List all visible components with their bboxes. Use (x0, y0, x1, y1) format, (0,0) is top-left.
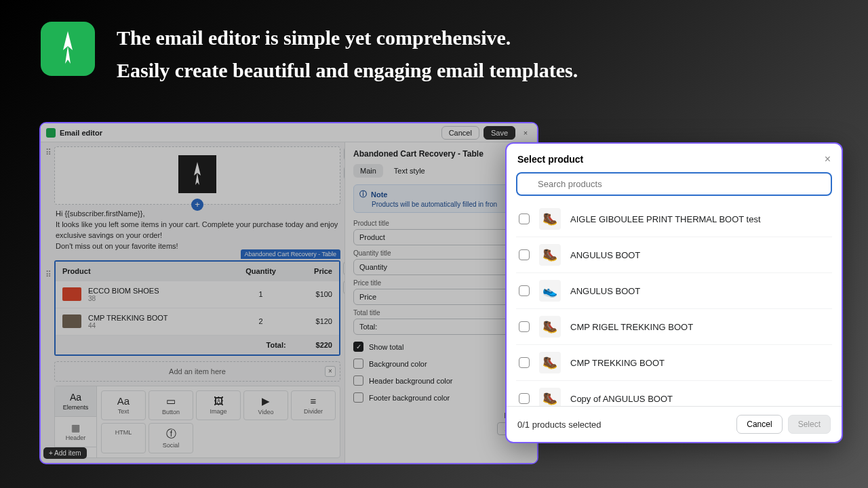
tab-text-style[interactable]: Text style (387, 164, 432, 178)
tab-header[interactable]: ▦Header (55, 417, 96, 447)
close-icon[interactable]: × (825, 153, 831, 165)
label-header-bg: Header background color (369, 377, 453, 385)
product-thumb: 🥾 (539, 352, 561, 373)
add-item-button[interactable]: + Add item (43, 447, 87, 459)
drag-handle-icon[interactable]: ⠿ (43, 270, 53, 279)
product-qty: 1 (229, 281, 293, 308)
product-name: ANGULUS BOOT (570, 286, 640, 296)
input-total-title[interactable] (353, 319, 529, 335)
elements-panel: AaElements ▦Header AaText▭Button🖼Image▶V… (54, 386, 340, 458)
cancel-button[interactable]: Cancel (736, 415, 782, 434)
close-icon[interactable]: × (519, 129, 532, 137)
element-text[interactable]: AaText (101, 390, 146, 420)
col-price: Price (293, 262, 339, 281)
checkbox[interactable] (519, 321, 530, 332)
cancel-button[interactable]: Cancel (441, 126, 479, 140)
product-row[interactable]: 🥾AIGLE GIBOULEE PRINT THERMAL BOOT test (516, 201, 832, 237)
product-row[interactable]: 👟ANGULUS BOOT (516, 273, 832, 309)
tab-main[interactable]: Main (353, 164, 383, 178)
text-icon: Aa (103, 395, 144, 407)
add-item-dropzone[interactable]: Add an item here × (54, 361, 340, 382)
checkbox[interactable] (519, 357, 530, 368)
button-icon: ▭ (151, 395, 191, 407)
input-price-title[interactable] (353, 289, 529, 305)
promo-line1: The email editor is simple yet comprehen… (117, 22, 578, 54)
logo-block[interactable]: ⧉ 🗑 + (54, 146, 340, 205)
input-product-title[interactable] (353, 229, 529, 245)
label-qty-title: Quantity title (353, 249, 529, 257)
product-thumb: 🥾 (539, 388, 561, 406)
select-product-modal: Select product × 🔍 🥾AIGLE GIBOULEE PRINT… (505, 142, 843, 443)
close-icon[interactable]: × (325, 366, 336, 377)
product-row[interactable]: 🥾CMP RIGEL TREKKING BOOT (516, 309, 832, 345)
selection-count: 0/1 products selected (517, 420, 731, 430)
divider-icon: ≡ (293, 395, 334, 407)
product-thumb: 👟 (539, 280, 561, 302)
video-icon: ▶ (245, 395, 286, 407)
checkbox[interactable] (519, 285, 530, 296)
checkbox[interactable] (519, 249, 530, 260)
label-total-title: Total title (353, 309, 529, 317)
block-type-tag: Abandoned Cart Recovery - Table (241, 249, 340, 259)
app-badge-icon (46, 128, 56, 138)
element-divider[interactable]: ≡Divider (291, 390, 336, 420)
delete-icon[interactable]: 🗑 (343, 281, 344, 294)
element-video[interactable]: ▶Video (243, 390, 288, 420)
greeting-line2: It looks like you left some items in you… (56, 220, 339, 241)
modal-title: Select product (517, 154, 583, 165)
product-list[interactable]: 🥾AIGLE GIBOULEE PRINT THERMAL BOOT test🥾… (507, 201, 842, 406)
product-qty: 2 (229, 308, 293, 335)
table-row: ECCO BIOM SHOES381$100 (56, 281, 339, 308)
col-product: Product (56, 262, 229, 281)
product-name: AIGLE GIBOULEE PRINT THERMAL BOOT test (570, 214, 761, 224)
product-name: ANGULUS BOOT (570, 250, 640, 260)
cart-table-block[interactable]: ⧉ 🗑 Abandoned Cart Recovery - Table Prod… (54, 260, 340, 356)
product-row[interactable]: 🥾ANGULUS BOOT (516, 237, 832, 273)
checkbox-show-total[interactable]: ✓ (353, 342, 363, 352)
add-item-label: Add an item here (169, 367, 226, 375)
product-variant: 38 (88, 295, 159, 302)
duplicate-icon[interactable]: ⧉ (343, 262, 344, 275)
checkbox[interactable] (519, 393, 530, 404)
drag-handle-icon[interactable]: ⠿ (43, 148, 53, 157)
label-product-title: Product title (353, 220, 529, 227)
duplicate-icon[interactable]: ⧉ (344, 147, 344, 161)
element-social[interactable]: ⓕSocial (149, 423, 193, 453)
product-variant: 44 (88, 322, 168, 329)
checkbox-bg-color[interactable] (353, 359, 363, 369)
checkbox-header-bg[interactable] (353, 375, 363, 386)
cart-table: Product Quantity Price ECCO BIOM SHOES38… (56, 262, 339, 354)
product-thumb (62, 287, 81, 301)
product-name: Copy of ANGULUS BOOT (570, 394, 673, 404)
select-button[interactable]: Select (788, 415, 831, 434)
delete-icon[interactable]: 🗑 (344, 166, 344, 180)
element-image[interactable]: 🖼Image (196, 390, 241, 420)
product-thumb: 🥾 (539, 208, 561, 230)
product-row[interactable]: 🥾Copy of ANGULUS BOOT (516, 381, 832, 406)
element-button[interactable]: ▭Button (149, 390, 193, 420)
add-block-icon[interactable]: + (191, 199, 203, 211)
input-qty-title[interactable] (353, 259, 529, 275)
tab-elements[interactable]: AaElements (55, 386, 96, 417)
total-label: Total: (229, 335, 293, 354)
note-title: Note (371, 190, 387, 199)
element-html[interactable]: HTML (101, 423, 146, 453)
promo-text: The email editor is simple yet comprehen… (117, 22, 578, 87)
promo-banner: The email editor is simple yet comprehen… (41, 22, 578, 87)
product-name: CMP RIGEL TREKKING BOOT (570, 322, 693, 332)
app-logo (41, 22, 95, 76)
save-button[interactable]: Save (484, 126, 515, 140)
social-icon: ⓕ (151, 428, 191, 441)
table-row: CMP TREKKING BOOT442$120 (56, 308, 339, 335)
search-input[interactable] (516, 172, 832, 196)
product-name: CMP TREKKING BOOT (570, 358, 665, 368)
info-icon: ⓘ (359, 189, 367, 199)
greeting-text[interactable]: Hi {{subscriber.firstName}}, It looks li… (54, 205, 340, 256)
checkbox[interactable] (519, 214, 530, 224)
logo-placeholder (178, 155, 216, 193)
label-footer-bg: Footer background color (369, 394, 450, 402)
checkbox-footer-bg[interactable] (353, 392, 363, 403)
col-quantity: Quantity (229, 262, 293, 281)
product-row[interactable]: 🥾CMP TREKKING BOOT (516, 345, 832, 381)
label-show-total: Show total (369, 343, 403, 351)
